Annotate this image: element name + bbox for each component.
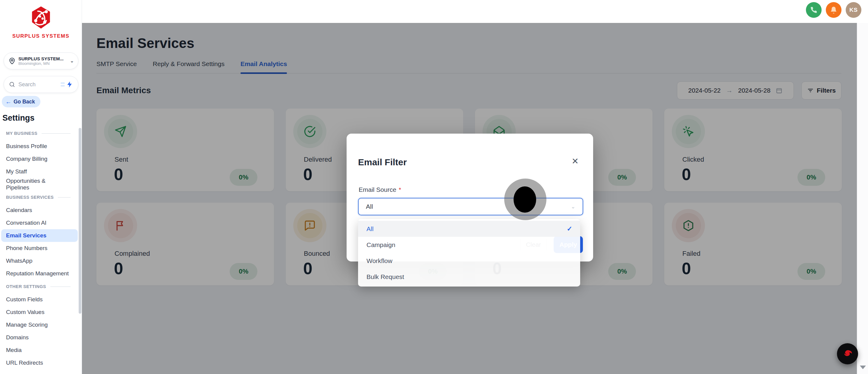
brand-swirl-icon [841,347,854,360]
bolt-icon [66,81,73,88]
cursor-pointer [514,186,536,213]
location-pin-icon [8,57,16,65]
brand-logo: SURPLUS SYSTEMS [0,0,82,39]
sidebar-section-header: BUSINESS SERVICES [0,191,79,204]
brand-logo-icon [28,5,54,30]
widget-launcher-button[interactable] [837,343,858,364]
sidebar-item-my-staff[interactable]: My Staff [1,165,78,178]
sidebar: SURPLUS SYSTEMS SURPLUS SYSTEM... Bloomi… [0,0,82,374]
brand-name: SURPLUS SYSTEMS [0,33,82,39]
phone-icon [810,6,817,13]
selected-value: All [366,203,373,210]
go-back-label: Go Back [13,98,35,105]
check-icon: ✓ [567,225,572,233]
topbar: KS [82,0,868,23]
location-name: SURPLUS SYSTEM... [19,56,70,61]
email-source-label: Email Source [359,186,396,193]
sidebar-item-media[interactable]: Media [1,344,78,356]
location-city: Bloomington, MN [19,61,70,66]
required-asterisk: * [399,186,401,193]
sidebar-item-conversation-ai[interactable]: Conversation AI [1,217,78,229]
option-bulk-request[interactable]: Bulk Request [358,269,580,285]
modal-title: Email Filter [358,157,407,167]
section-divider [50,287,70,287]
go-back-button[interactable]: ← Go Back [2,96,40,107]
phone-button[interactable] [806,2,822,18]
sidebar-item-calendars[interactable]: Calendars [1,204,78,217]
close-icon[interactable]: ✕ [572,157,579,166]
sidebar-item-manage-scoring[interactable]: Manage Scoring [1,318,78,331]
sidebar-item-whatsapp[interactable]: WhatsApp [1,255,78,267]
sidebar-item-url-redirects[interactable]: URL Redirects [1,356,78,369]
sidebar-item-domains[interactable]: Domains [1,331,78,344]
bell-icon [830,6,838,14]
search-placeholder: Search [19,81,61,88]
arrow-left-icon: ← [5,98,11,105]
email-source-dropdown: All✓CampaignWorkflowBulk Request [358,219,580,287]
option-workflow[interactable]: Workflow [358,253,580,269]
avatar-initials: KS [849,7,858,13]
page-scrollbar[interactable] [857,23,868,374]
section-divider [41,133,70,134]
search-input[interactable]: Search [4,76,79,93]
sidebar-item-phone-numbers[interactable]: Phone Numbers [1,242,78,255]
section-divider [58,197,70,198]
chevron-down-icon: ⌄ [70,58,74,64]
sidebar-item-email-services[interactable]: Email Services [1,229,78,242]
shortcut-hint [61,82,65,87]
sidebar-item-business-profile[interactable]: Business Profile [1,140,78,153]
sidebar-title: Settings [2,113,35,123]
sidebar-item-custom-fields[interactable]: Custom Fields [1,293,78,306]
email-source-select[interactable]: All ⌄ [358,198,583,215]
sidebar-section-header: OTHER SETTINGS [0,280,79,293]
sidebar-item-company-billing[interactable]: Company Billing [1,153,78,165]
option-campaign[interactable]: Campaign [358,237,580,253]
app-window: SURPLUS SYSTEMS SURPLUS SYSTEM... Bloomi… [0,0,868,374]
location-switcher[interactable]: SURPLUS SYSTEM... Bloomington, MN ⌄ [4,53,79,69]
search-icon [9,81,16,88]
option-all[interactable]: All✓ [358,221,580,237]
sidebar-menu: MY BUSINESSBusiness ProfileCompany Billi… [0,127,79,369]
avatar[interactable]: KS [846,2,861,18]
sidebar-scrollbar[interactable] [79,128,82,314]
scroll-down-arrow-icon[interactable] [860,366,866,369]
sidebar-item-reputation-management[interactable]: Reputation Management [1,267,78,280]
chevron-down-icon: ⌄ [571,203,575,210]
notifications-button[interactable] [826,2,841,18]
sidebar-item-custom-values[interactable]: Custom Values [1,306,78,318]
sidebar-item-opportunities-pipelines[interactable]: Opportunities & Pipelines [1,178,78,191]
sidebar-section-header: MY BUSINESS [0,127,79,140]
